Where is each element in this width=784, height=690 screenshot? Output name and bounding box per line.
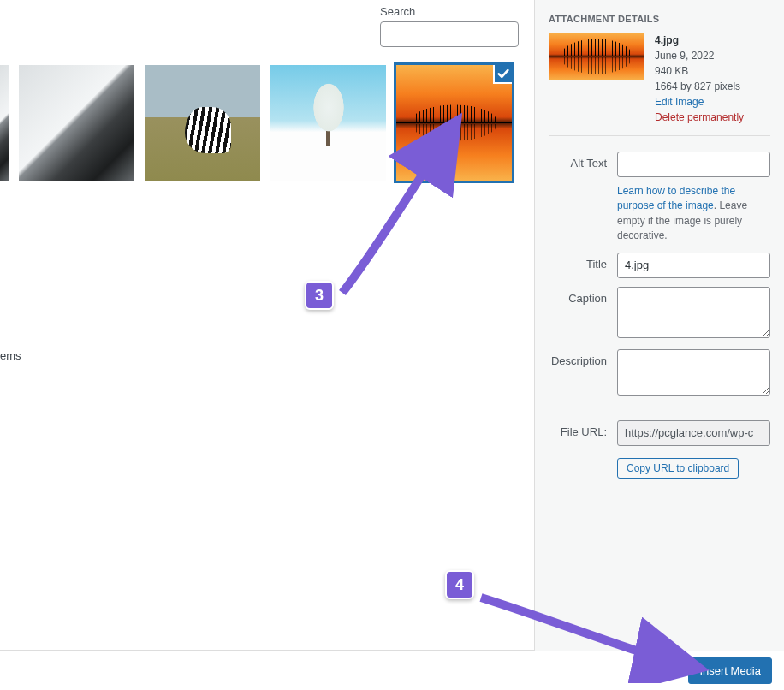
image-thumb-partial[interactable]	[0, 65, 9, 181]
search-input[interactable]	[380, 21, 519, 47]
image-thumb-sunset[interactable]	[396, 65, 512, 181]
insert-media-button[interactable]: Insert Media	[688, 657, 772, 684]
rocks-photo-icon	[19, 65, 134, 181]
copy-row: Copy URL to clipboard	[549, 449, 770, 479]
alt-text-row: Alt Text	[549, 152, 770, 177]
alt-text-label: Alt Text	[549, 152, 617, 170]
media-footer: Insert Media	[0, 651, 784, 690]
description-label: Description	[549, 349, 617, 367]
fileurl-label: File URL:	[549, 420, 617, 438]
attachment-details-panel: ATTACHMENT DETAILS 4.jpg June 9, 2022 94…	[534, 0, 784, 690]
snow-tree-photo-icon	[270, 65, 386, 181]
description-row: Description	[549, 349, 770, 398]
alt-text-input[interactable]	[617, 152, 770, 177]
attachment-size: 940 KB	[655, 63, 744, 79]
edit-image-link[interactable]: Edit Image	[655, 94, 744, 110]
thumbnail-grid	[0, 65, 512, 181]
sunset-photo-icon	[549, 33, 644, 80]
copy-url-button[interactable]: Copy URL to clipboard	[617, 458, 739, 479]
image-thumb-zebra[interactable]	[145, 65, 260, 181]
attachment-dimensions: 1664 by 827 pixels	[655, 79, 744, 94]
title-row: Title	[549, 253, 770, 278]
title-input[interactable]	[617, 253, 770, 278]
caption-label: Caption	[549, 287, 617, 305]
media-library-main: Search ems	[0, 0, 534, 651]
attachment-metadata: 4.jpg June 9, 2022 940 KB 1664 by 827 pi…	[655, 33, 744, 125]
search-group: Search	[380, 5, 519, 47]
title-label: Title	[549, 253, 617, 271]
fileurl-input[interactable]	[617, 420, 770, 446]
description-input[interactable]	[617, 349, 770, 396]
attachment-filename: 4.jpg	[655, 33, 744, 48]
search-label: Search	[380, 5, 519, 18]
items-text: ems	[0, 349, 21, 362]
alt-help-row: Learn how to describe the purpose of the…	[549, 181, 770, 244]
panel-title: ATTACHMENT DETAILS	[549, 14, 770, 24]
caption-input[interactable]	[617, 287, 770, 338]
caption-row: Caption	[549, 287, 770, 341]
image-thumb-rocks[interactable]	[19, 65, 134, 181]
selected-check-icon	[493, 65, 512, 84]
fileurl-row: File URL:	[549, 420, 770, 446]
alt-help-text: Learn how to describe the purpose of the…	[617, 184, 770, 244]
attachment-preview	[549, 33, 644, 80]
photo-icon	[0, 65, 9, 181]
image-thumb-snowtree[interactable]	[270, 65, 386, 181]
delete-permanently-link[interactable]: Delete permanently	[655, 110, 744, 125]
zebra-photo-icon	[145, 65, 260, 181]
attachment-date: June 9, 2022	[655, 48, 744, 63]
attachment-header: 4.jpg June 9, 2022 940 KB 1664 by 827 pi…	[549, 33, 770, 136]
